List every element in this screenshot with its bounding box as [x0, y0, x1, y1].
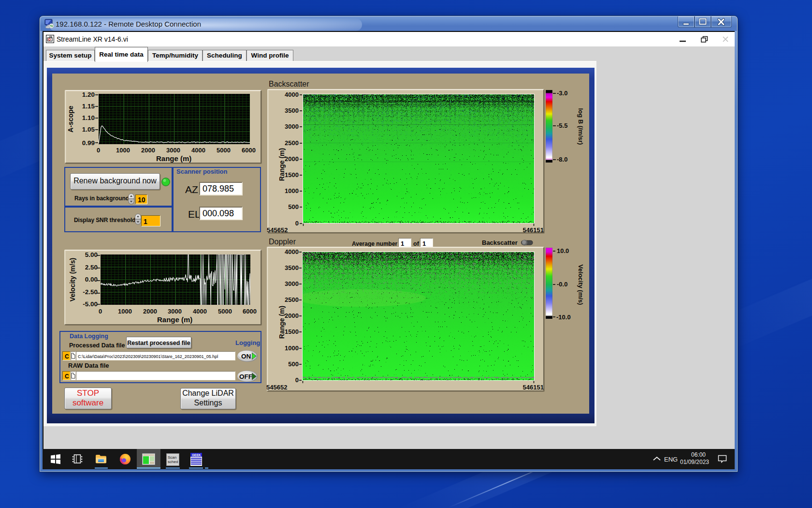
svg-text:GEEK: GEEK	[192, 453, 201, 457]
svg-text:ON: ON	[241, 353, 251, 360]
svg-text:OFF: OFF	[239, 373, 252, 380]
svg-text:Scan: Scan	[168, 455, 176, 460]
svg-text:sched: sched	[168, 460, 178, 464]
